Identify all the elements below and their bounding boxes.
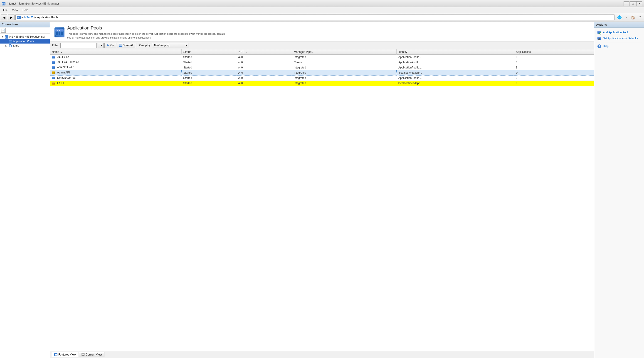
go-button[interactable]: Go [104, 43, 116, 48]
table-header-row: Name ▲ Status .NET ... Managed Pipel... [50, 49, 594, 55]
tree-icon-sites [8, 44, 12, 48]
cell-status: Started [181, 81, 236, 86]
connections-header: Connections [0, 22, 50, 27]
content-header-text: Application Pools This page lets you vie… [67, 25, 226, 39]
show-all-button[interactable]: Show All [117, 43, 135, 48]
tree-expand-sites[interactable]: ▷ [4, 45, 8, 47]
svg-rect-46 [54, 83, 54, 84]
app-pools-icon [54, 27, 64, 37]
close-button[interactable]: ✕ [636, 1, 642, 6]
table-row[interactable]: .NET v4.5 Classic Started v4.0 Classic A… [50, 60, 594, 65]
help-icon: ? [597, 44, 602, 48]
content-header: Application Pools This page lets you vie… [50, 22, 594, 41]
cell-net: v4.0 [236, 70, 292, 75]
back-button[interactable]: ◀ [1, 14, 7, 20]
cell-identity: ApplicationPoolId... [396, 60, 514, 65]
set-defaults-icon [597, 36, 602, 41]
cell-pipeline: Integrated [292, 55, 396, 60]
svg-text:H: H [18, 17, 19, 19]
content-area: Application Pools This page lets you vie… [50, 22, 594, 358]
pool-icon [52, 55, 56, 59]
table-row[interactable]: .NET v4.5 Started v4.0 Integrated Applic… [50, 55, 594, 60]
groupby-label: Group by: [139, 44, 151, 47]
connections-toolbar: 📄 [0, 27, 50, 33]
forward-button[interactable]: ▶ [8, 14, 14, 20]
col-managed-pipeline[interactable]: Managed Pipel... [292, 49, 396, 55]
tree-expand-root[interactable]: ▼ [1, 36, 4, 38]
menu-view[interactable]: View [10, 8, 20, 12]
actions-content: + Add Application Pool... Set Applicatio… [594, 28, 644, 51]
content-view-tab[interactable]: Content View [79, 352, 104, 357]
toolbar: ◀ ▶ H ▶ HS-455 ▶ Application Pools 🌐 ✕ 🏠… [0, 13, 644, 22]
col-name[interactable]: Name ▲ [50, 49, 182, 55]
svg-rect-54 [82, 355, 83, 356]
menu-file[interactable]: File [1, 8, 10, 12]
svg-rect-53 [83, 354, 84, 354]
svg-rect-25 [53, 57, 53, 58]
cell-pipeline: Integrated [292, 65, 396, 70]
svg-rect-30 [54, 62, 54, 63]
connections-new-button[interactable]: 📄 [1, 28, 6, 33]
tree-icon-root: S [4, 35, 9, 38]
table-row[interactable]: DefaultAppPool Started v4.0 Integrated A… [50, 75, 594, 81]
menu-help[interactable]: Help [20, 8, 30, 12]
cell-status: Started [181, 60, 236, 65]
svg-text:IIS: IIS [2, 3, 5, 5]
col-applications[interactable]: Applications [514, 49, 594, 55]
groupby-select[interactable]: No Grouping Status .NET Version Managed … [152, 43, 188, 48]
cell-pipeline: Integrated [292, 70, 396, 75]
table-row[interactable]: ASP.NET v4.0 Started v4.0 Integrated App… [50, 65, 594, 70]
stop-icon[interactable]: ✕ [623, 14, 630, 20]
svg-rect-7 [9, 40, 12, 41]
pool-icon-highlight [52, 81, 56, 85]
help-link[interactable]: ? Help [596, 43, 642, 49]
features-view-tab[interactable]: Features View [52, 352, 78, 357]
set-defaults-link[interactable]: Set Application Pool Defaults... [596, 35, 642, 41]
maximize-button[interactable]: □ [630, 1, 636, 6]
col-net-version[interactable]: .NET ... [236, 49, 292, 55]
svg-rect-40 [52, 77, 56, 78]
filter-type-dropdown[interactable] [98, 43, 104, 48]
refresh-icon[interactable]: 🌐 [616, 14, 623, 20]
svg-rect-15 [61, 31, 63, 35]
cell-identity: localhost\headspr... [396, 81, 514, 86]
table-header: Name ▲ Status .NET ... Managed Pipel... [50, 49, 594, 55]
table-row-ed-fi[interactable]: Ed-Fi Started v4.0 Integrated localhost\… [50, 81, 594, 86]
content-title: Application Pools [67, 25, 226, 31]
filter-input[interactable] [60, 43, 97, 48]
home-icon: H [17, 16, 21, 19]
address-server[interactable]: HS-455 [24, 16, 34, 19]
cell-pipeline: Classic [292, 60, 396, 65]
home-icon[interactable]: 🏠 [630, 14, 636, 20]
content-description: This page lets you view and manage the l… [67, 32, 226, 39]
svg-rect-44 [52, 82, 56, 83]
cell-net: v4.0 [236, 65, 292, 70]
address-separator-1: ▶ [22, 16, 24, 19]
svg-rect-37 [53, 72, 53, 74]
tree-item-sites[interactable]: ▷ Sites [0, 43, 50, 48]
svg-marker-18 [107, 44, 109, 46]
cell-status: Started [181, 75, 236, 81]
content-view-label: Content View [86, 353, 102, 356]
cell-apps: 0 [514, 55, 594, 60]
show-all-icon [119, 44, 122, 47]
tree-item-root[interactable]: ▼ S HS-455 (HS-455\Headspring) [0, 34, 50, 39]
svg-point-63 [599, 39, 600, 40]
svg-rect-57 [598, 31, 601, 32]
add-app-pool-link[interactable]: + Add Application Pool... [596, 29, 642, 35]
tree-item-app-pools[interactable]: ▷ Application Pools [0, 39, 50, 43]
svg-rect-55 [83, 355, 84, 356]
col-identity[interactable]: Identity [396, 49, 514, 55]
table-row-admin-api[interactable]: Admin API Started v4.0 Integrated localh… [50, 70, 594, 75]
pool-icon [52, 66, 56, 69]
col-status[interactable]: Status [181, 49, 236, 55]
cell-apps: 3 [514, 65, 594, 70]
help-icon[interactable]: ? [637, 14, 643, 20]
svg-rect-45 [53, 83, 53, 84]
app-pools-table: Name ▲ Status .NET ... Managed Pipel... [50, 49, 594, 86]
svg-text:?: ? [599, 45, 600, 48]
minimize-button[interactable]: — [624, 1, 630, 6]
svg-rect-29 [53, 62, 53, 63]
svg-rect-13 [56, 31, 58, 35]
cell-identity: ApplicationPoolId... [396, 65, 514, 70]
